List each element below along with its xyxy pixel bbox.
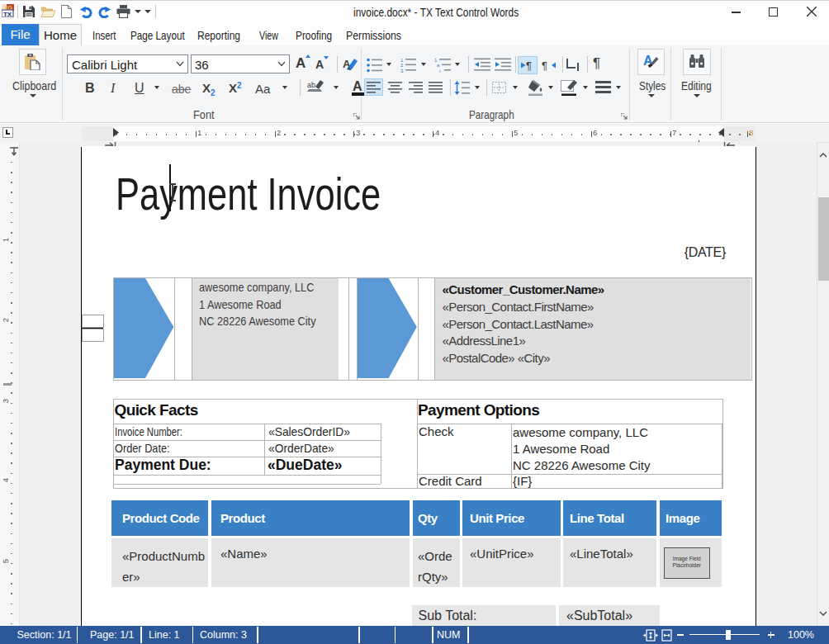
- svg-text:1: 1: [434, 58, 438, 63]
- svg-text:a: a: [437, 63, 440, 68]
- svg-text:i: i: [439, 69, 440, 73]
- svg-text:¶: ¶: [526, 59, 532, 71]
- svg-text:TX: TX: [3, 11, 12, 17]
- svg-text:2: 2: [400, 63, 404, 68]
- svg-text:3: 3: [400, 69, 404, 73]
- svg-text:¶: ¶: [542, 59, 547, 71]
- svg-text:ab: ab: [307, 81, 315, 89]
- svg-text:1: 1: [400, 58, 404, 63]
